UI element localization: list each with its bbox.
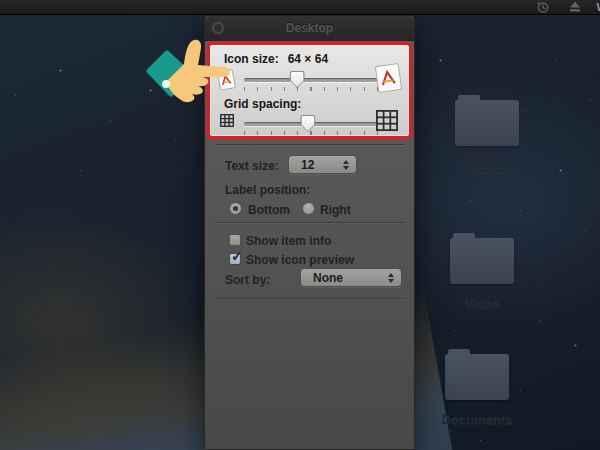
divider [215, 222, 404, 223]
menu-clock-text[interactable]: W [591, 1, 600, 13]
radio-right-label[interactable]: Right [320, 203, 351, 217]
eject-icon[interactable] [559, 0, 591, 15]
grid-spacing-slider[interactable] [244, 122, 377, 126]
divider [215, 298, 404, 299]
text-size-dropdown[interactable]: 12 [288, 155, 357, 174]
folder-music-label[interactable]: Music [437, 161, 537, 176]
show-icon-preview-checkbox[interactable]: ✓ [229, 253, 241, 265]
icon-size-slider-ticks [244, 87, 378, 91]
large-grid-icon [376, 110, 398, 131]
small-grid-icon [220, 114, 234, 127]
show-icon-preview-label[interactable]: Show icon preview [246, 253, 354, 267]
folder-music[interactable] [455, 100, 519, 146]
large-preview-icon [374, 62, 403, 93]
sort-by-dropdown[interactable]: None [300, 268, 402, 287]
panel-title: Desktop [205, 21, 414, 35]
menu-bar: W [0, 0, 600, 15]
text-size-value: 12 [289, 158, 343, 172]
label-position-label: Label position: [225, 183, 310, 197]
grid-spacing-slider-ticks [244, 131, 378, 135]
divider [215, 144, 404, 145]
radio-bottom[interactable] [229, 202, 242, 215]
stepper-icon [388, 273, 394, 283]
sort-by-label: Sort by: [225, 273, 270, 287]
grid-spacing-slider-thumb[interactable] [300, 115, 315, 132]
show-item-info-checkbox[interactable] [229, 234, 241, 246]
folder-documents[interactable] [445, 354, 509, 400]
hand-pointer-icon [146, 36, 241, 111]
icon-size-slider[interactable] [244, 78, 377, 82]
time-machine-icon[interactable] [527, 0, 559, 15]
radio-selected-dot [233, 206, 238, 211]
text-size-label: Text size: [225, 159, 279, 173]
checkmark-icon: ✓ [231, 248, 243, 264]
radio-bottom-label[interactable]: Bottom [248, 203, 290, 217]
icon-size-slider-thumb[interactable] [290, 71, 305, 88]
folder-documents-label[interactable]: Documents [427, 412, 527, 427]
radio-right[interactable] [302, 202, 315, 215]
folder-video-label[interactable]: Video [432, 296, 532, 311]
show-item-info-label[interactable]: Show item info [246, 234, 331, 248]
folder-video[interactable] [450, 238, 514, 284]
stepper-icon [343, 160, 349, 170]
screen: Music Video Documents W Desktop [0, 0, 600, 450]
sort-by-value: None [301, 271, 388, 285]
icon-size-value: 64 × 64 [288, 52, 328, 66]
